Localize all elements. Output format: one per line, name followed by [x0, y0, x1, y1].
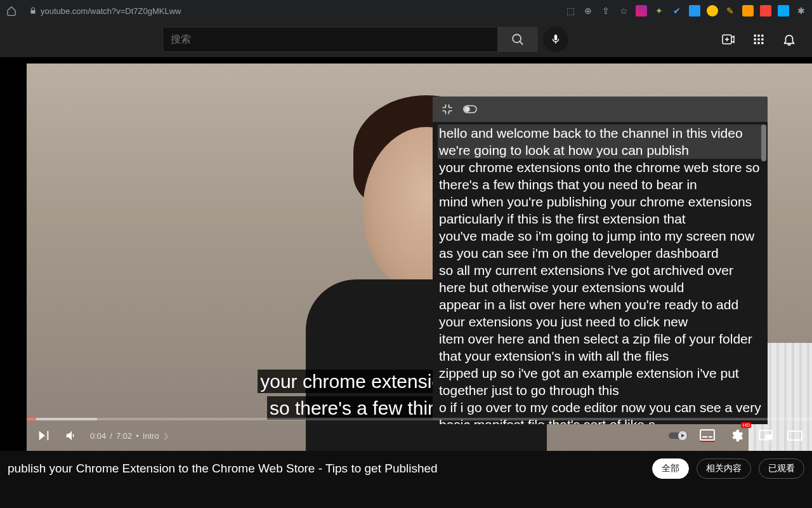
ext-8-icon[interactable] — [760, 5, 771, 17]
settings-button[interactable] — [727, 426, 746, 445]
svg-rect-6 — [754, 38, 756, 40]
create-icon — [721, 32, 736, 47]
toggle-icon[interactable] — [463, 102, 477, 116]
ext-4-icon[interactable] — [689, 5, 700, 17]
subtitles-icon — [700, 429, 715, 442]
exit-fullscreen-icon[interactable] — [440, 102, 454, 116]
svg-rect-7 — [757, 38, 759, 40]
install-icon[interactable]: ⬚ — [565, 5, 576, 17]
miniplayer-button[interactable] — [756, 426, 775, 445]
chevron-right-icon[interactable]: ❯ — [163, 432, 169, 440]
transcript-line[interactable]: you've made so i'm going to jump into my… — [438, 227, 763, 262]
header-actions — [721, 32, 802, 47]
svg-rect-5 — [761, 35, 763, 37]
puzzle-icon[interactable]: ✱ — [796, 5, 807, 17]
svg-rect-21 — [766, 435, 771, 438]
svg-rect-22 — [788, 431, 802, 440]
duration: 7:02 — [116, 431, 132, 441]
home-icon[interactable] — [5, 4, 18, 17]
url-field[interactable]: youtube.com/watch?v=Dt7Z0gMKLww — [23, 3, 560, 19]
gear-icon — [730, 429, 743, 443]
svg-rect-8 — [761, 38, 763, 40]
scrollbar-thumb[interactable] — [761, 124, 766, 161]
svg-rect-10 — [757, 42, 759, 44]
ext-5-icon[interactable] — [707, 5, 718, 17]
star-icon[interactable]: ☆ — [618, 5, 629, 17]
video-player-area: your chrome extensions o so there's a fe… — [0, 57, 812, 451]
miniplayer-icon — [759, 430, 773, 441]
transcript-line[interactable]: so all my current extensions i've got ar… — [438, 262, 763, 296]
svg-rect-3 — [754, 35, 756, 37]
below-player-strip: publish your Chrome Extension to the Chr… — [0, 451, 812, 486]
video-viewport[interactable]: your chrome extensions o so there's a fe… — [27, 64, 812, 451]
next-button[interactable] — [34, 426, 53, 445]
current-time: 0:04 — [90, 431, 106, 441]
transcript-line[interactable]: hello and welcome back to the channel in… — [438, 124, 763, 159]
share-icon[interactable]: ⇪ — [600, 5, 612, 17]
transcript-panel: hello and welcome back to the channel in… — [433, 97, 768, 424]
ext-1-icon[interactable] — [636, 5, 647, 17]
transcript-line[interactable]: zipped up so i've got an example extensi… — [438, 364, 763, 399]
autoplay-toggle[interactable] — [669, 426, 688, 445]
next-icon — [37, 429, 51, 443]
player-controls: 0:04 / 7:02 • Intro ❯ — [27, 420, 812, 451]
ext-2-icon[interactable]: ✦ — [653, 5, 665, 17]
svg-rect-17 — [702, 436, 707, 438]
mic-icon — [550, 34, 561, 45]
chip-watched[interactable]: 已观看 — [759, 458, 804, 479]
subtitles-button[interactable] — [698, 426, 717, 445]
autoplay-icon — [669, 431, 688, 441]
transcript-line[interactable]: mind when you're publishing your chrome … — [438, 193, 763, 227]
svg-rect-18 — [709, 436, 712, 438]
svg-point-13 — [465, 107, 469, 111]
browser-extension-icons: ⬚ ⊕ ⇪ ☆ ✦ ✔ ✎ ✱ — [565, 5, 807, 17]
transcript-body[interactable]: hello and welcome back to the channel in… — [433, 122, 768, 424]
svg-rect-16 — [700, 430, 714, 440]
svg-rect-11 — [761, 42, 763, 44]
ext-3-icon[interactable]: ✔ — [671, 5, 683, 17]
svg-rect-9 — [754, 42, 756, 44]
time-display: 0:04 / 7:02 • Intro ❯ — [90, 431, 169, 441]
search-icon — [511, 32, 525, 46]
video-title: publish your Chrome Extension to the Chr… — [8, 462, 438, 476]
svg-rect-4 — [757, 35, 759, 37]
transcript-toolbar — [433, 97, 768, 122]
search-input[interactable] — [162, 27, 497, 52]
ext-6-icon[interactable]: ✎ — [724, 5, 736, 17]
browser-address-bar: youtube.com/watch?v=Dt7Z0gMKLww ⬚ ⊕ ⇪ ☆ … — [0, 0, 812, 22]
theater-button[interactable] — [785, 426, 804, 445]
notifications-button[interactable] — [782, 32, 797, 47]
lock-icon — [29, 7, 37, 15]
chip-all[interactable]: 全部 — [652, 458, 689, 479]
create-button[interactable] — [721, 32, 736, 47]
svg-line-1 — [520, 41, 523, 44]
grid-icon — [752, 33, 765, 46]
transcript-line[interactable]: item over here and then select a zip fil… — [438, 330, 763, 364]
search-button[interactable] — [497, 27, 538, 52]
time-separator: / — [110, 431, 112, 441]
ext-9-icon[interactable] — [778, 5, 789, 17]
svg-point-0 — [513, 34, 521, 43]
zoom-icon[interactable]: ⊕ — [582, 5, 594, 17]
youtube-header — [0, 22, 812, 57]
apps-button[interactable] — [751, 32, 766, 47]
chapter-separator: • — [136, 431, 139, 441]
volume-button[interactable] — [62, 426, 81, 445]
transcript-line[interactable]: appear in a list over here when you're r… — [438, 296, 763, 330]
svg-rect-19 — [700, 441, 714, 442]
theater-icon — [787, 431, 802, 441]
filter-chips: 全部 相关内容 已观看 — [652, 458, 804, 479]
bell-icon — [782, 32, 796, 46]
chip-related[interactable]: 相关内容 — [697, 458, 751, 479]
ext-7-icon[interactable] — [742, 5, 754, 17]
chapter-label[interactable]: Intro — [143, 431, 159, 441]
volume-icon — [65, 429, 79, 443]
search-form — [162, 27, 568, 52]
voice-search-button[interactable] — [543, 27, 568, 52]
transcript-line[interactable]: your chrome extensions onto the chrome w… — [438, 159, 763, 193]
url-text: youtube.com/watch?v=Dt7Z0gMKLww — [41, 6, 181, 16]
